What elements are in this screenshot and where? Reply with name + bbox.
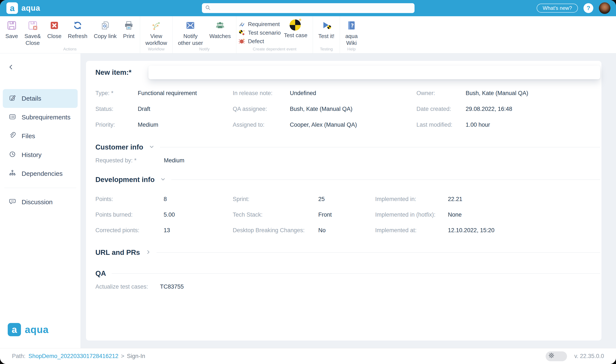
section-header-url-and-prs[interactable]: URL and PRs: [96, 246, 600, 259]
sidebar-item-details[interactable]: Details: [3, 89, 78, 108]
field-value[interactable]: 13: [164, 227, 170, 234]
save-and-close-button[interactable]: Save& Close: [21, 19, 44, 46]
view-workflow-button[interactable]: View workflow: [142, 19, 170, 46]
close-button[interactable]: Close: [44, 19, 65, 40]
field-value[interactable]: Medium: [164, 157, 184, 164]
view-workflow-label: View workflow: [145, 33, 167, 46]
field-value[interactable]: Functional requirement: [138, 90, 197, 97]
search-input[interactable]: [213, 5, 411, 12]
refresh-icon: [73, 19, 82, 32]
notify-other-user-button[interactable]: Notify other user: [175, 19, 206, 46]
create-test-case-label: Test case: [284, 32, 307, 39]
field-value[interactable]: 5.00: [164, 211, 175, 218]
sidebar-item-files[interactable]: Files: [3, 127, 78, 145]
settings-toggle[interactable]: [546, 351, 567, 361]
field-label: Priority:: [96, 122, 138, 128]
field-value[interactable]: TC83755: [160, 284, 184, 290]
collapse-sidebar-button[interactable]: [6, 63, 16, 72]
section-title: URL and PRs: [96, 248, 140, 257]
create-test-scenario-button[interactable]: Test scenario: [238, 29, 281, 37]
create-test-scenario-label: Test scenario: [248, 29, 281, 36]
breadcrumb-separator: >: [121, 353, 124, 360]
field-value[interactable]: Front: [318, 211, 332, 218]
requirement-icon: [238, 21, 245, 28]
paperclip-icon: [9, 132, 16, 141]
sidebar-item-dependencies[interactable]: Dependencies: [3, 164, 78, 183]
field-value[interactable]: Draft: [138, 106, 150, 112]
bug-icon: [238, 38, 245, 45]
field-value[interactable]: 25: [318, 196, 325, 203]
section-header-development-info[interactable]: Development info: [96, 173, 600, 186]
copy-link-icon: [100, 19, 110, 32]
section-title: Development info: [96, 176, 155, 184]
app-window: a aqua What's new? ? Save: [0, 0, 616, 364]
field-value: 29.08.2022, 16:48: [466, 106, 512, 112]
test-scenario-icon: [238, 29, 245, 37]
sidebar-aqua-logo: a aqua: [8, 323, 49, 336]
sidebar-item-subrequirements[interactable]: Subrequirements: [3, 108, 78, 127]
footer: Path: ShopDemo_202203301728416212 > Sign…: [0, 348, 616, 364]
workflow-icon: [151, 19, 161, 32]
group-label-workflow: Workflow: [140, 47, 172, 52]
clock-icon: [9, 151, 16, 159]
field-value[interactable]: 8: [164, 196, 167, 203]
create-requirement-button[interactable]: Requirement: [238, 20, 281, 29]
development-fields: Points: 8 Points burned: 5.00 Corrected …: [96, 191, 600, 238]
test-it-button[interactable]: Test it!: [315, 19, 338, 40]
group-label-help: Help: [340, 47, 363, 52]
section-divider: [112, 273, 600, 274]
field-value[interactable]: Cooper, Alex (Manual QA): [290, 122, 357, 128]
field-value[interactable]: Bush, Kate (Manual QA): [466, 90, 528, 97]
watches-button[interactable]: Watches: [206, 19, 234, 40]
field-value[interactable]: Bush, Kate (Manual QA): [290, 106, 353, 112]
save-button[interactable]: Save: [2, 19, 21, 40]
help-button[interactable]: ?: [584, 3, 593, 13]
field-value[interactable]: 22.21: [448, 196, 462, 203]
refresh-label: Refresh: [68, 33, 87, 40]
avatar[interactable]: [599, 2, 610, 14]
gear-icon: [548, 352, 555, 361]
test-it-label: Test it!: [318, 33, 334, 40]
general-col3: Owner: Bush, Kate (Manual QA) Date creat…: [416, 85, 600, 133]
brand-text: aqua: [21, 4, 40, 13]
sidebar-item-discussion[interactable]: Discussion: [3, 193, 78, 211]
create-defect-button[interactable]: Defect: [238, 37, 281, 46]
new-item-label: New item:*: [96, 68, 149, 77]
field-row-type: Type: * Functional requirement: [96, 85, 233, 101]
refresh-button[interactable]: Refresh: [65, 19, 91, 40]
chat-bubble-icon: [9, 198, 16, 207]
field-row-status: Status: Draft: [96, 101, 233, 117]
print-button[interactable]: Print: [120, 19, 137, 40]
field-label: Implemented at:: [375, 227, 448, 234]
breadcrumb-project-link[interactable]: ShopDemo_202203301728416212: [28, 353, 118, 360]
field-value[interactable]: None: [448, 211, 462, 218]
global-search[interactable]: [202, 3, 414, 13]
field-value[interactable]: 12.10.2022, 15:20: [448, 227, 494, 234]
sidebar-item-label: Discussion: [22, 198, 53, 206]
copy-link-button[interactable]: Copy link: [91, 19, 120, 40]
field-value[interactable]: No: [318, 227, 326, 234]
aqua-wiki-button[interactable]: ? aqua Wiki: [342, 19, 361, 46]
aqua-logo-icon: a: [8, 323, 21, 336]
test-case-icon: [289, 18, 302, 31]
group-label-testing: Testing: [313, 47, 340, 52]
section-header-customer-info[interactable]: Customer info: [96, 141, 600, 154]
section-title: Customer info: [96, 143, 143, 151]
field-label: Requested by: *: [96, 157, 164, 164]
sidebar-item-history[interactable]: History: [3, 145, 78, 164]
new-item-input[interactable]: [149, 65, 600, 79]
whats-new-button[interactable]: What's new?: [537, 4, 578, 13]
aqua-logo-text: aqua: [25, 324, 49, 335]
save-and-close-icon: [28, 19, 38, 32]
field-label: Assigned to:: [233, 122, 290, 128]
field-value[interactable]: Undefined: [290, 90, 316, 97]
field-row-qa-assignee: QA assignee: Bush, Kate (Manual QA): [233, 101, 416, 117]
section-title: QA: [96, 269, 106, 277]
field-label: Implemented in:: [375, 196, 448, 203]
aqua-wiki-label: aqua Wiki: [345, 33, 358, 46]
ribbon-group-testing: Test it! Testing: [313, 16, 340, 53]
create-test-case-button[interactable]: Test case: [281, 19, 311, 39]
print-label: Print: [123, 33, 134, 40]
field-row-last-modified: Last modified: 1.00 hour: [416, 117, 600, 133]
field-value[interactable]: Medium: [138, 122, 158, 128]
